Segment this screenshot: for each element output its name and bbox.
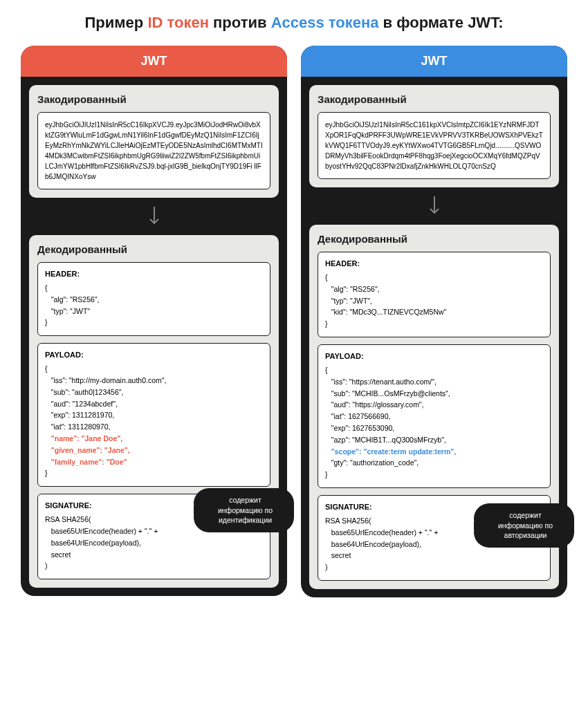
encoded-value: eyJhbGciOiJSUzI1NiIsInR5cC161kpXVClsImtp… (318, 112, 551, 179)
title-id: ID токен (147, 14, 209, 31)
payload-prefix: { "iss": "http://my-domain.auth0.com", "… (45, 364, 166, 431)
encoded-section-left: Закодированный eyJhbGciOiJIUzI1NiIsInR5c… (29, 85, 279, 198)
header-label: HEADER: (325, 259, 543, 268)
title-prefix: Пример (85, 14, 148, 31)
id-token-header: JWT (21, 46, 287, 77)
title-mid: против (209, 14, 271, 31)
chevron-left-icon (466, 517, 475, 534)
header-code: { "alg": "RS256", "typ": "JWT" } (45, 282, 263, 328)
header-box: HEADER: { "alg": "RS256", "typ": "JWT" } (37, 262, 270, 336)
title-suffix: в формате JWT: (379, 14, 504, 31)
payload-highlight: "scope": "create:term update:term", (325, 447, 456, 456)
tooltip-authorization: содержит информацию по авторизации (474, 503, 574, 548)
title-access: Access токена (271, 14, 379, 31)
page-title: Пример ID токен против Access токена в ф… (21, 14, 567, 32)
access-token-header: JWT (301, 46, 567, 77)
tooltip-identification: содержит информацию по идентификации (194, 488, 294, 532)
header-label: HEADER: (45, 270, 263, 278)
tooltip-text: содержит информацию по авторизации (498, 511, 553, 539)
decoded-section-left: Декодированный HEADER: { "alg": "RS256",… (29, 235, 279, 588)
encoded-label: Закодированный (37, 93, 270, 105)
payload-highlight: "name": "Jane Doe", "given_name": "Jane"… (45, 434, 130, 466)
arrow-down-icon (21, 206, 287, 227)
payload-suffix: } (45, 469, 48, 477)
header-box: HEADER: { "alg": "RS256", "typ": "JWT", … (318, 252, 551, 337)
arrow-down-icon (301, 196, 567, 216)
decoded-label: Декодированный (318, 233, 551, 245)
encoded-label: Закодированный (318, 93, 551, 105)
payload-code: { "iss": "http://my-domain.auth0.com", "… (45, 363, 263, 479)
payload-box: PAYLOAD: { "iss": "http://my-domain.auth… (37, 343, 270, 487)
chevron-left-icon (185, 502, 195, 519)
id-token-column-wrap: JWT Закодированный eyJhbGciOiJIUzI1NiIsI… (21, 46, 287, 597)
payload-code: { "iss": "https://tenant.autho.com/", "s… (325, 364, 543, 481)
columns: JWT Закодированный eyJhbGciOiJIUzI1NiIsI… (21, 46, 567, 597)
encoded-section-right: Закодированный eyJhbGciOiJSUzI1NiIsInR5c… (309, 85, 559, 187)
payload-suffix: "gty": "authorization_code", } (325, 458, 419, 478)
payload-box: PAYLOAD: { "iss": "https://tenant.autho.… (318, 344, 551, 488)
payload-label: PAYLOAD: (325, 352, 543, 360)
payload-prefix: { "iss": "https://tenant.autho.com/", "s… (325, 366, 450, 444)
decoded-label: Декодированный (37, 243, 270, 255)
header-code: { "alg": "RS256", "typ": "JWT", "kid": "… (325, 272, 543, 330)
encoded-value: eyJhbGciOiJIUzI1NiIsInR5cC16IkpXVCJ9.eyJ… (37, 112, 270, 189)
access-token-column-wrap: JWT Закодированный eyJhbGciOiJSUzI1NiIsI… (301, 46, 567, 597)
tooltip-text: содержит информацию по идентификации (218, 496, 273, 524)
payload-label: PAYLOAD: (45, 351, 263, 359)
